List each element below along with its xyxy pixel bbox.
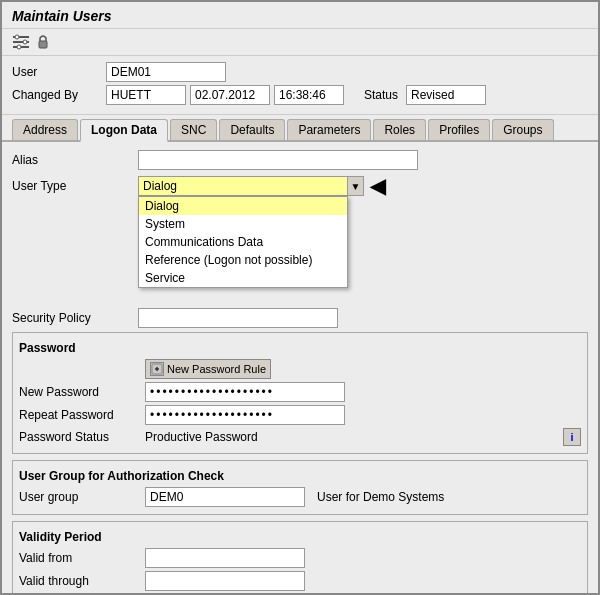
pw-rule-icon bbox=[150, 362, 164, 376]
password-status-value: Productive Password bbox=[145, 430, 258, 444]
user-group-input[interactable] bbox=[145, 487, 305, 507]
user-type-row: User Type Dialog ▼ Dialog System Communi… bbox=[12, 174, 588, 198]
security-policy-label: Security Policy bbox=[12, 311, 132, 325]
tab-address[interactable]: Address bbox=[12, 119, 78, 140]
settings-icon[interactable] bbox=[12, 33, 30, 51]
new-password-rule-button[interactable]: New Password Rule bbox=[145, 359, 271, 379]
valid-through-input[interactable] bbox=[145, 571, 305, 591]
password-status-label: Password Status bbox=[19, 430, 139, 444]
repeat-password-input[interactable] bbox=[145, 405, 345, 425]
valid-from-row: Valid from bbox=[19, 548, 581, 568]
new-password-row: New Password bbox=[19, 382, 581, 402]
user-row: User bbox=[12, 62, 588, 82]
svg-point-3 bbox=[15, 35, 19, 39]
user-type-dropdown-arrow[interactable]: ▼ bbox=[348, 176, 364, 196]
dropdown-item-communications[interactable]: Communications Data bbox=[139, 233, 347, 251]
tabs-container: Address Logon Data SNC Defaults Paramete… bbox=[2, 115, 598, 142]
user-type-dropdown-wrapper: Dialog ▼ Dialog System Communications Da… bbox=[138, 176, 364, 196]
valid-from-input[interactable] bbox=[145, 548, 305, 568]
user-type-selected-value[interactable]: Dialog bbox=[138, 176, 348, 196]
tab-groups[interactable]: Groups bbox=[492, 119, 553, 140]
new-pw-rule-row: New Password Rule bbox=[19, 359, 581, 379]
security-policy-input[interactable] bbox=[138, 308, 338, 328]
dropdown-item-service[interactable]: Service bbox=[139, 269, 347, 287]
alias-input[interactable] bbox=[138, 150, 418, 170]
password-section: Password New Password Rule New Password bbox=[12, 332, 588, 454]
tab-defaults[interactable]: Defaults bbox=[219, 119, 285, 140]
time-input bbox=[274, 85, 344, 105]
valid-through-label: Valid through bbox=[19, 574, 139, 588]
user-label: User bbox=[12, 65, 102, 79]
maintain-users-window: Maintain Users User Change bbox=[0, 0, 600, 595]
dropdown-item-reference[interactable]: Reference (Logon not possible) bbox=[139, 251, 347, 269]
user-type-label: User Type bbox=[12, 179, 132, 193]
user-input[interactable] bbox=[106, 62, 226, 82]
alias-label: Alias bbox=[12, 153, 132, 167]
repeat-password-row: Repeat Password bbox=[19, 405, 581, 425]
security-policy-row: Security Policy bbox=[12, 308, 588, 328]
repeat-password-label: Repeat Password bbox=[19, 408, 139, 422]
user-group-label: User group bbox=[19, 490, 139, 504]
new-password-label: New Password bbox=[19, 385, 139, 399]
window-title: Maintain Users bbox=[12, 8, 588, 24]
valid-through-row: Valid through bbox=[19, 571, 581, 591]
password-status-row: Password Status Productive Password i bbox=[19, 428, 581, 446]
validity-header: Validity Period bbox=[19, 530, 581, 544]
password-section-label: Password bbox=[19, 341, 581, 355]
valid-from-label: Valid from bbox=[19, 551, 139, 565]
date-input bbox=[190, 85, 270, 105]
dropdown-item-system[interactable]: System bbox=[139, 215, 347, 233]
tab-snc[interactable]: SNC bbox=[170, 119, 217, 140]
user-group-description: User for Demo Systems bbox=[317, 490, 444, 504]
changed-by-input bbox=[106, 85, 186, 105]
user-group-section: User Group for Authorization Check User … bbox=[12, 460, 588, 515]
user-group-row: User group User for Demo Systems bbox=[19, 487, 581, 507]
status-label: Status bbox=[364, 88, 398, 102]
user-type-dropdown-list: Dialog System Communications Data Refere… bbox=[138, 196, 348, 288]
tab-logon-data[interactable]: Logon Data bbox=[80, 119, 168, 142]
validity-section: Validity Period Valid from Valid through bbox=[12, 521, 588, 593]
alias-row: Alias bbox=[12, 150, 588, 170]
changed-by-row: Changed By Status bbox=[12, 85, 588, 105]
content-area: Alias User Type Dialog ▼ Dialog System C… bbox=[2, 142, 598, 593]
dropdown-item-dialog[interactable]: Dialog bbox=[139, 197, 347, 215]
svg-point-4 bbox=[23, 40, 27, 44]
changed-by-label: Changed By bbox=[12, 88, 102, 102]
svg-rect-6 bbox=[39, 41, 47, 48]
header-form: User Changed By Status bbox=[2, 56, 598, 115]
title-bar: Maintain Users bbox=[2, 2, 598, 29]
user-type-dropdown-container: Dialog ▼ Dialog System Communications Da… bbox=[138, 174, 385, 198]
tab-parameters[interactable]: Parameters bbox=[287, 119, 371, 140]
new-pw-rule-text: New Password Rule bbox=[167, 363, 266, 375]
tab-profiles[interactable]: Profiles bbox=[428, 119, 490, 140]
lock-icon[interactable] bbox=[34, 33, 52, 51]
arrow-indicator: ◀ bbox=[370, 174, 385, 198]
toolbar bbox=[2, 29, 598, 56]
status-input bbox=[406, 85, 486, 105]
new-password-input[interactable] bbox=[145, 382, 345, 402]
user-group-header: User Group for Authorization Check bbox=[19, 469, 581, 483]
tab-roles[interactable]: Roles bbox=[373, 119, 426, 140]
svg-point-5 bbox=[17, 45, 21, 49]
info-icon[interactable]: i bbox=[563, 428, 581, 446]
